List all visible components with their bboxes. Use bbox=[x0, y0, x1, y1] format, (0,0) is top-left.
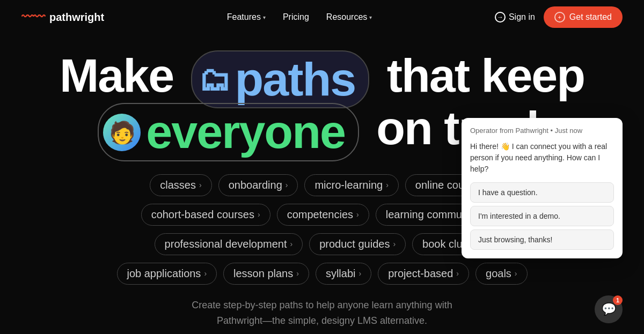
arrow-icon: › bbox=[199, 181, 202, 189]
everyone-avatar: 🧑 bbox=[103, 114, 141, 151]
paths-emoji: 🗂 bbox=[199, 63, 230, 97]
tag-competencies[interactable]: competencies › bbox=[277, 204, 369, 226]
chat-badge: 1 bbox=[613, 295, 623, 305]
paths-text: paths bbox=[235, 55, 356, 104]
arrow-icon: › bbox=[456, 269, 459, 278]
arrow-icon: › bbox=[393, 240, 396, 248]
tag-micro-learning[interactable]: micro-learning › bbox=[304, 174, 398, 196]
get-started-button[interactable]: + Get started bbox=[544, 6, 623, 28]
chevron-down-icon: ▾ bbox=[369, 14, 372, 20]
tag-product-guides[interactable]: product guides › bbox=[309, 233, 406, 255]
sign-in-icon: → bbox=[495, 12, 506, 23]
arrow-icon: › bbox=[386, 181, 389, 189]
logo-text: pathwright bbox=[49, 11, 104, 24]
nav-pricing[interactable]: Pricing bbox=[283, 12, 309, 22]
arrow-icon: › bbox=[258, 210, 260, 219]
logo[interactable]: 〰〰 pathwright bbox=[21, 10, 104, 24]
arrow-icon: › bbox=[515, 269, 517, 278]
nav-center: Features ▾ Pricing Resources ▾ bbox=[227, 12, 372, 22]
arrow-icon: › bbox=[296, 269, 299, 278]
tags-row-2: cohort-based courses › competencies › le… bbox=[141, 204, 503, 226]
tag-goals[interactable]: goals › bbox=[475, 263, 527, 285]
chat-message: Hi there! 👋 I can connect you with a rea… bbox=[470, 141, 614, 175]
hero-subtitle: Create step-by-step paths to help anyone… bbox=[11, 298, 633, 329]
hero-make: Make bbox=[60, 49, 173, 102]
everyone-text: everyone bbox=[146, 107, 345, 157]
chat-bubble-button[interactable]: 💬 1 bbox=[595, 295, 623, 323]
chevron-down-icon: ▾ bbox=[263, 14, 266, 20]
tag-professional-development[interactable]: professional development › bbox=[155, 233, 303, 255]
chat-option-browsing[interactable]: Just browsing, thanks! bbox=[470, 229, 614, 250]
tags-row-4: job applications › lesson plans › syllab… bbox=[117, 263, 528, 285]
logo-icon: 〰〰 bbox=[21, 10, 45, 24]
tag-cohort-based[interactable]: cohort-based courses › bbox=[141, 204, 270, 226]
tag-syllabi[interactable]: syllabi › bbox=[316, 263, 371, 285]
everyone-pill[interactable]: 🧑 everyone bbox=[98, 103, 358, 161]
chat-widget: Operator from Pathwright • Just now Hi t… bbox=[462, 118, 623, 258]
nav-right: → Sign in + Get started bbox=[495, 6, 623, 28]
arrow-icon: › bbox=[356, 210, 359, 219]
chat-option-question[interactable]: I have a question. bbox=[470, 182, 614, 203]
arrow-icon: › bbox=[204, 269, 207, 278]
tag-project-based[interactable]: project-based › bbox=[378, 263, 469, 285]
tag-classes[interactable]: classes › bbox=[150, 174, 211, 196]
arrow-icon: › bbox=[290, 240, 293, 248]
arrow-icon: › bbox=[358, 269, 361, 278]
navbar: 〰〰 pathwright Features ▾ Pricing Resourc… bbox=[0, 0, 644, 34]
chat-bubble-icon: 💬 bbox=[602, 302, 616, 316]
tags-row-3: professional development › product guide… bbox=[155, 233, 490, 255]
nav-resources[interactable]: Resources ▾ bbox=[326, 12, 372, 22]
tag-lesson-plans[interactable]: lesson plans › bbox=[223, 263, 309, 285]
sign-in-button[interactable]: → Sign in bbox=[495, 12, 535, 23]
arrow-icon: › bbox=[286, 181, 288, 189]
paths-pill[interactable]: 🗂 paths bbox=[191, 50, 370, 108]
tag-onboarding[interactable]: onboarding › bbox=[218, 174, 298, 196]
tags-row-1: classes › onboarding › micro-learning › … bbox=[150, 174, 494, 196]
chat-header: Operator from Pathwright • Just now bbox=[470, 127, 614, 135]
plus-icon: + bbox=[554, 12, 565, 23]
nav-features[interactable]: Features ▾ bbox=[227, 12, 266, 22]
chat-option-demo[interactable]: I'm interested in a demo. bbox=[470, 206, 614, 226]
tag-job-applications[interactable]: job applications › bbox=[117, 263, 217, 285]
hero-title: Make 🗂 paths that keep bbox=[11, 50, 633, 108]
hero-that-keep: that keep bbox=[387, 49, 584, 102]
